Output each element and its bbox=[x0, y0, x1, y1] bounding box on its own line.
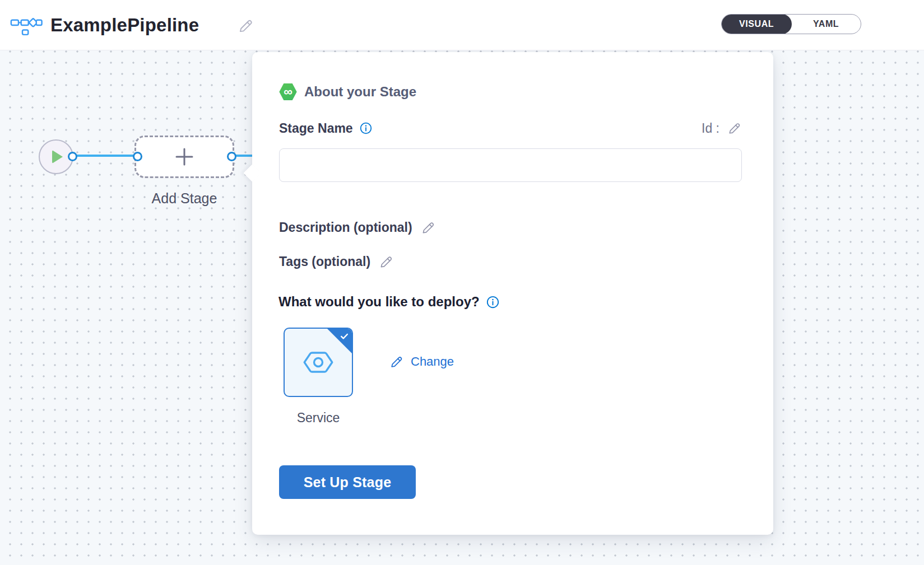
toggle-yaml[interactable]: YAML bbox=[791, 15, 861, 34]
connector-dot bbox=[68, 152, 77, 161]
edit-id-icon[interactable] bbox=[727, 121, 742, 136]
deploy-option-card-service[interactable] bbox=[284, 328, 353, 397]
toggle-visual[interactable]: VISUAL bbox=[721, 14, 792, 34]
pipeline-canvas: Add Stage ∞ About your Stage Stage Name … bbox=[0, 50, 924, 565]
about-stage-panel: ∞ About your Stage Stage Name Id : bbox=[252, 52, 773, 535]
plus-icon bbox=[174, 146, 195, 167]
deploy-stage-icon: ∞ bbox=[279, 83, 297, 101]
description-label: Description (optional) bbox=[279, 220, 412, 235]
edit-tags-icon[interactable] bbox=[379, 254, 394, 269]
stage-name-input[interactable] bbox=[279, 148, 742, 182]
stage-name-label: Stage Name bbox=[279, 121, 353, 136]
stage-id-label: Id : bbox=[702, 121, 719, 136]
connector-dot bbox=[133, 152, 142, 161]
check-icon bbox=[340, 331, 349, 343]
add-stage-node[interactable] bbox=[134, 136, 234, 178]
connector-dot bbox=[227, 152, 236, 161]
edit-pipeline-name-icon[interactable] bbox=[238, 17, 254, 36]
tags-label: Tags (optional) bbox=[279, 254, 370, 269]
edit-description-icon[interactable] bbox=[421, 220, 436, 235]
info-icon[interactable] bbox=[359, 122, 373, 135]
panel-heading: About your Stage bbox=[304, 84, 416, 100]
change-label: Change bbox=[411, 354, 454, 369]
add-stage-label: Add Stage bbox=[134, 190, 234, 207]
visual-yaml-toggle[interactable]: VISUAL YAML bbox=[721, 14, 861, 34]
deploy-question-label: What would you like to deploy? bbox=[278, 294, 480, 310]
change-deploy-type-link[interactable]: Change bbox=[389, 354, 454, 369]
pipeline-icon bbox=[10, 15, 43, 39]
set-up-stage-button[interactable]: Set Up Stage bbox=[279, 465, 416, 499]
info-icon[interactable] bbox=[486, 295, 500, 309]
page-title: ExamplePipeline bbox=[50, 15, 199, 36]
app-header: ExamplePipeline VISUAL YAML bbox=[0, 0, 924, 50]
deploy-option-label: Service bbox=[284, 410, 353, 426]
play-icon bbox=[52, 150, 63, 164]
edit-pencil-icon bbox=[389, 354, 404, 369]
panel-caret bbox=[243, 164, 261, 181]
